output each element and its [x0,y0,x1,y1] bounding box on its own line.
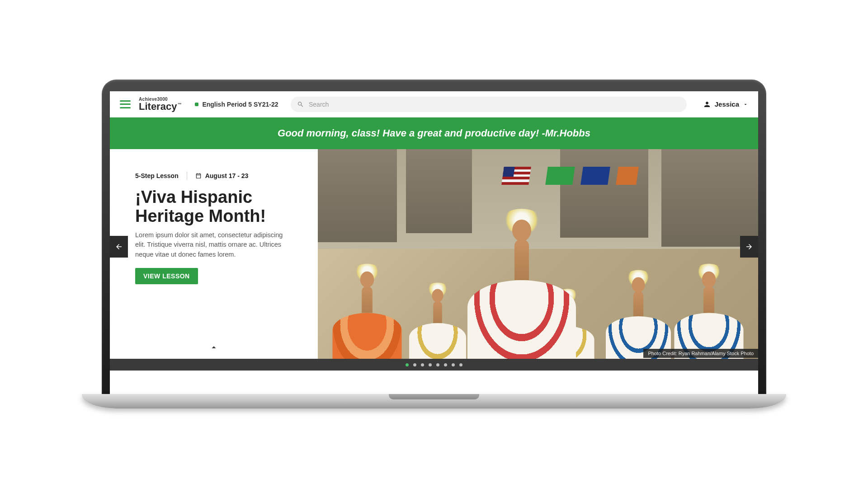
laptop-base [82,394,786,408]
carousel-dot[interactable] [452,363,455,366]
menu-button[interactable] [120,100,131,108]
collapse-panel-button[interactable] [209,343,219,354]
user-name: Jessica [715,100,739,108]
class-status-dot [195,103,198,106]
carousel-dot[interactable] [429,363,432,366]
carousel-dot[interactable] [459,363,462,366]
lesson-info-panel: 5-Step Lesson August 17 - 23 ¡Viva Hispa… [110,149,318,371]
carousel-dot[interactable] [444,363,447,366]
laptop-mockup: Achieve3000 Literacy English Period 5 SY… [102,80,766,408]
view-lesson-button[interactable]: VIEW LESSON [135,268,198,284]
brand-bottom-text: Literacy [139,102,181,112]
photo-credit: Photo Credit: Ryan Rahman/Alamy Stock Ph… [643,349,758,358]
calendar-icon [195,173,202,179]
carousel-next-button[interactable] [740,236,758,258]
lesson-type-label: 5-Step Lesson [135,172,179,179]
arrow-left-icon [115,243,123,251]
class-selector[interactable]: English Period 5 SY21-22 [195,101,278,108]
carousel-dots [110,359,758,371]
greeting-banner: Good morning, class! Have a great and pr… [110,117,758,149]
chevron-up-icon [209,343,219,352]
lesson-date: August 17 - 23 [195,172,249,179]
class-label: English Period 5 SY21-22 [202,101,278,108]
carousel-dot[interactable] [413,363,416,366]
carousel-dot[interactable] [436,363,439,366]
app-header: Achieve3000 Literacy English Period 5 SY… [110,91,758,117]
search-input[interactable] [309,101,680,108]
flag-blue [581,167,611,185]
lesson-description: Lorem ipsum dolor sit amet, consectetur … [135,230,293,260]
chevron-down-icon [743,102,748,107]
user-menu[interactable]: Jessica [703,100,748,108]
lesson-meta: 5-Step Lesson August 17 - 23 [135,172,300,180]
featured-lesson-carousel: 5-Step Lesson August 17 - 23 ¡Viva Hispa… [110,149,758,371]
search-field-wrap[interactable] [291,97,686,112]
carousel-dot[interactable] [406,363,409,366]
search-icon [297,101,304,108]
flag-green [546,167,576,185]
laptop-bezel: Achieve3000 Literacy English Period 5 SY… [102,80,766,394]
carousel-prev-button[interactable] [110,236,128,258]
arrow-right-icon [745,243,753,251]
lesson-title: ¡Viva Hispanic Heritage Month! [135,188,300,226]
flag-orange [616,167,639,185]
app-viewport: Achieve3000 Literacy English Period 5 SY… [110,91,758,394]
laptop-notch [389,394,479,399]
meta-divider [187,172,187,180]
carousel-slide: 5-Step Lesson August 17 - 23 ¡Viva Hispa… [110,149,758,371]
lesson-date-text: August 17 - 23 [205,172,249,179]
user-icon [703,100,711,108]
lesson-hero-image: Photo Credit: Ryan Rahman/Alamy Stock Ph… [318,149,758,371]
flag-usa [501,167,531,185]
carousel-dot[interactable] [421,363,424,366]
brand-logo[interactable]: Achieve3000 Literacy [139,97,181,112]
hero-illustration [318,149,758,371]
